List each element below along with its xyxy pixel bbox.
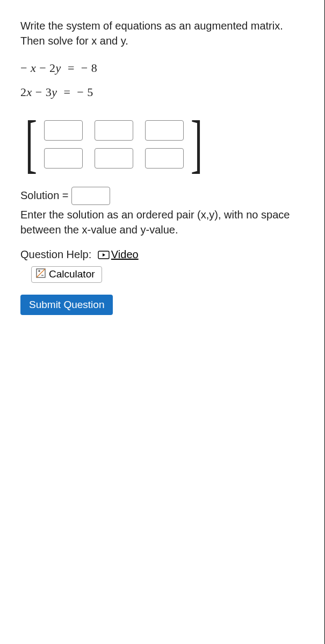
equation-1: − x − 2y = − 8 [20, 60, 305, 77]
equation-2: 2x − 3y = − 5 [20, 84, 305, 101]
video-link-label: Video [111, 248, 139, 260]
video-link[interactable]: Video [98, 248, 139, 260]
left-bracket-icon: [ [25, 116, 37, 171]
matrix-cell-2-1[interactable] [44, 148, 83, 169]
matrix-cell-1-2[interactable] [95, 120, 133, 141]
solution-hint: Enter the solution as an ordered pair (x… [20, 207, 305, 237]
solution-label: Solution = [20, 189, 71, 201]
svg-marker-1 [103, 253, 105, 257]
calculator-button-label: Calculator [49, 268, 95, 280]
submit-question-button[interactable]: Submit Question [20, 295, 113, 315]
calculator-button[interactable]: Calculator [31, 266, 102, 283]
solution-input[interactable] [71, 187, 110, 205]
question-help-label: Question Help: [20, 248, 91, 260]
calculator-icon [36, 268, 46, 281]
matrix-cell-1-3[interactable] [145, 120, 184, 141]
augmented-matrix: [ ] [20, 117, 305, 172]
question-prompt: Write the system of equations as an augm… [20, 18, 305, 48]
right-bracket-icon: ] [191, 116, 203, 171]
matrix-cell-2-3[interactable] [145, 148, 184, 169]
matrix-cell-2-2[interactable] [95, 148, 133, 169]
equations-block: − x − 2y = − 8 2x − 3y = − 5 [20, 60, 305, 101]
video-icon [98, 248, 110, 263]
svg-line-3 [37, 269, 45, 277]
matrix-cell-1-1[interactable] [44, 120, 83, 141]
